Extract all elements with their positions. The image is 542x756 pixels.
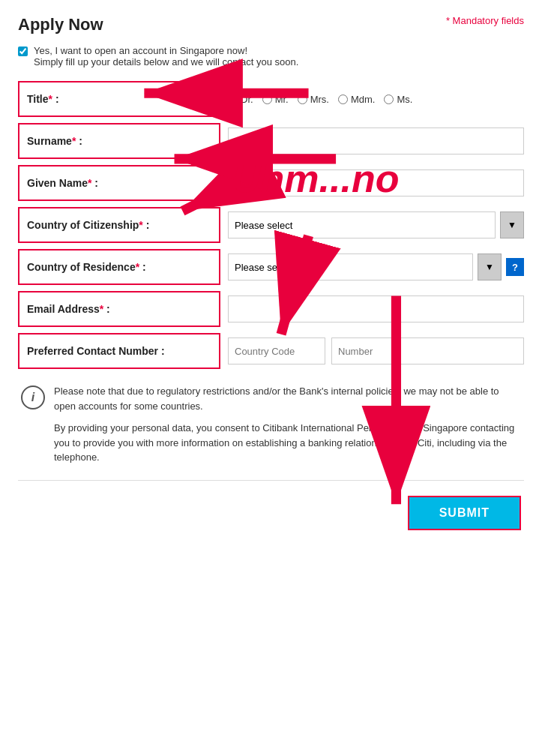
title-label: Title* : — [18, 81, 220, 117]
radio-ms-input[interactable] — [384, 94, 394, 104]
footer: SUBMIT — [18, 480, 524, 538]
phone-country-input[interactable] — [228, 338, 325, 364]
residence-label: Country of Residence* : — [18, 249, 220, 285]
info-icon: i — [21, 386, 45, 410]
email-row: Email Address* : — [18, 291, 524, 327]
notice-paragraph-1: Please note that due to regulatory restr… — [54, 384, 521, 413]
surname-input[interactable] — [228, 128, 524, 154]
notice-section: i Please note that due to regulatory res… — [18, 384, 524, 465]
title-required: * — [49, 93, 52, 105]
surname-input-cell — [220, 128, 524, 154]
residence-help-btn[interactable]: ? — [506, 258, 524, 276]
radio-mrs-input[interactable] — [298, 94, 307, 104]
notice-paragraph-2: By providing your personal data, you con… — [54, 421, 521, 465]
phone-inputs — [228, 338, 524, 364]
email-label: Email Address* : — [18, 291, 220, 327]
citizenship-select[interactable]: Please select — [228, 212, 496, 238]
residence-input-cell: Please select ▼ ? — [220, 254, 524, 280]
title-radio-group: Dr. Mr. Mrs. Mdm. Ms. — [228, 94, 524, 105]
phone-number-input[interactable] — [331, 338, 524, 364]
citizenship-row: Country of Citizenship* : Please select … — [18, 207, 524, 243]
phone-row: Preferred Contact Number : — [18, 333, 524, 369]
residence-dropdown-btn[interactable]: ▼ — [478, 254, 502, 280]
radio-mr[interactable]: Mr. — [262, 94, 289, 105]
residence-select[interactable]: Please select — [228, 254, 473, 280]
surname-label: Surname* : — [18, 123, 220, 159]
submit-button[interactable]: SUBMIT — [408, 496, 521, 530]
account-checkbox[interactable] — [18, 46, 28, 56]
radio-mdm[interactable]: Mdm. — [338, 94, 376, 105]
radio-mr-input[interactable] — [262, 94, 272, 104]
residence-row: Country of Residence* : Please select ▼ … — [18, 249, 524, 285]
given-name-label: Given Name* : — [18, 165, 220, 201]
citizenship-label: Country of Citizenship* : — [18, 207, 220, 243]
given-name-input-cell — [220, 170, 524, 196]
phone-label: Preferred Contact Number : — [18, 333, 220, 369]
surname-row: Surname* : — [18, 123, 524, 159]
mandatory-note: * Mandatory fields — [446, 15, 524, 26]
citizenship-input-cell: Please select ▼ — [220, 212, 524, 238]
checkbox-label: Yes, I want to open an account in Singap… — [34, 45, 298, 68]
radio-mrs[interactable]: Mrs. — [298, 94, 329, 105]
page-title: Apply Now — [18, 15, 103, 34]
title-input-cell: Dr. Mr. Mrs. Mdm. Ms. — [220, 94, 524, 105]
given-name-input[interactable] — [228, 170, 524, 196]
citizenship-dropdown-btn[interactable]: ▼ — [500, 212, 524, 238]
title-row: Title* : Dr. Mr. Mrs. Mdm. Ms. — [18, 81, 524, 117]
radio-mdm-input[interactable] — [338, 94, 348, 104]
radio-dr-input[interactable] — [228, 94, 238, 104]
given-name-row: Given Name* : — [18, 165, 524, 201]
email-input[interactable] — [228, 296, 524, 322]
email-input-cell — [220, 296, 524, 322]
radio-dr[interactable]: Dr. — [228, 94, 253, 105]
phone-input-cell — [220, 338, 524, 364]
notice-text: Please note that due to regulatory restr… — [54, 384, 521, 465]
radio-ms[interactable]: Ms. — [384, 94, 412, 105]
mandatory-star: * — [446, 15, 453, 26]
